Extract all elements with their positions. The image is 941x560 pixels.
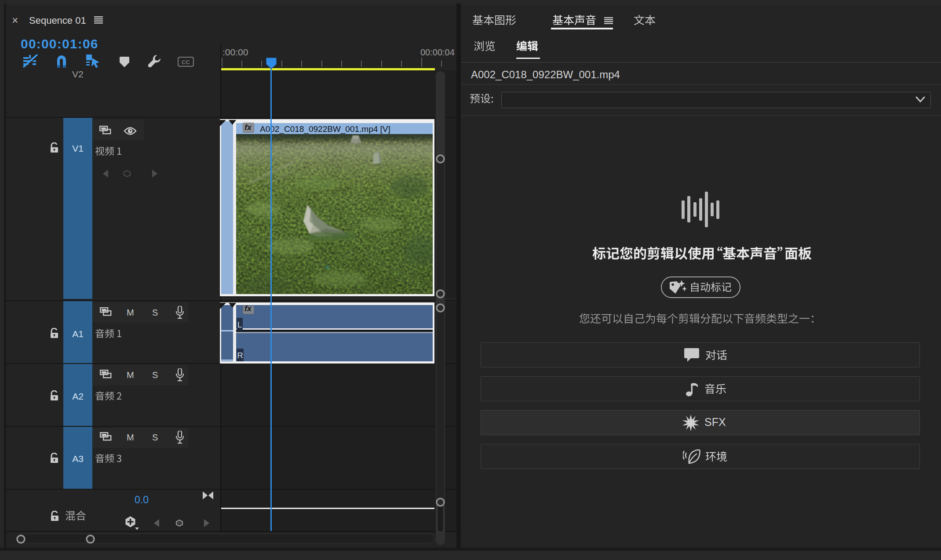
svg-text:CC: CC [182, 59, 190, 65]
